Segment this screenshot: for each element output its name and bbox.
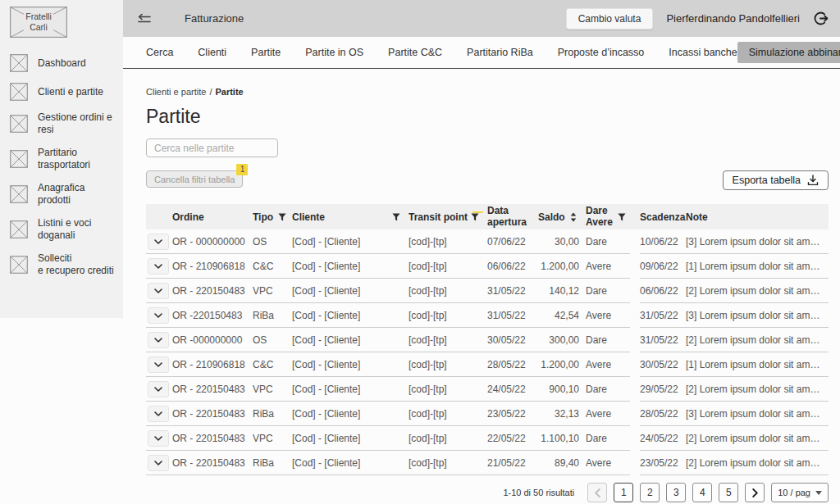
table-row: OR - 210906818 C&C [Cod] - [Cliente] [co… xyxy=(146,352,829,377)
tab-incassi-banche[interactable]: Incassi banche xyxy=(669,47,737,58)
sidebar-item-anagrafica-prodotti[interactable]: Anagrafica prodotti xyxy=(0,182,123,207)
expand-row-button[interactable] xyxy=(148,258,169,275)
placeholder-icon xyxy=(10,54,28,72)
tab-partite-in-os[interactable]: Partite in OS xyxy=(305,47,363,58)
pagination: 1-10 di 50 risultati 1 2 3 4 5 10 / pag xyxy=(146,483,829,502)
sidebar-item-gestione-ordini[interactable]: Gestione ordini e resi xyxy=(0,111,123,136)
sidebar-item-partitario-trasportatori[interactable]: Partitario trasportatori xyxy=(0,147,123,171)
tabbar: Cerca Clienti Partite Partite in OS Part… xyxy=(123,37,840,69)
cell-transit-point: [cod]-[tp] xyxy=(409,433,487,444)
expand-row-button[interactable] xyxy=(148,332,169,348)
expand-row-button[interactable] xyxy=(148,455,169,471)
page-button-1[interactable]: 1 xyxy=(614,483,633,502)
expand-row-button[interactable] xyxy=(148,381,169,397)
cell-dare-avere: Dare xyxy=(582,433,630,444)
sidebar-item-solleciti-recupero-crediti[interactable]: Solleciti e recupero crediti xyxy=(0,252,123,277)
tab-cerca[interactable]: Cerca xyxy=(146,47,173,58)
cell-note: [1] Lorem ipsum dolor sit amet… xyxy=(686,261,829,272)
cell-scadenza: 23/05/22 xyxy=(640,457,686,469)
cell-note: [2] Lorem ipsum dolor sit amet… xyxy=(686,433,829,444)
transit-filter-button[interactable]: 2 xyxy=(471,213,479,221)
tipo-filter-button[interactable] xyxy=(278,213,286,221)
chevron-down-icon xyxy=(154,436,162,441)
cell-data-apertura: 23/05/22 xyxy=(487,408,538,420)
sidebar-item-clienti-e-partite[interactable]: Clienti e partite xyxy=(0,83,123,101)
expand-row-button[interactable] xyxy=(148,234,169,250)
cell-data-apertura: 07/06/22 xyxy=(487,236,538,247)
logout-button[interactable] xyxy=(813,11,829,26)
placeholder-icon xyxy=(10,83,28,101)
cell-dare-avere: Avere xyxy=(582,261,630,272)
cell-scadenza: 24/05/22 xyxy=(640,433,686,444)
app-title: Fatturazione xyxy=(185,12,244,25)
sidebar: Fratelli Carli Dashboard Clienti e parti… xyxy=(0,0,123,318)
page-size-select[interactable]: 10 / pag xyxy=(771,483,829,502)
table-row: OR - 210906818 C&C [Cod] - [Cliente] [co… xyxy=(146,254,829,279)
expand-row-button[interactable] xyxy=(148,406,169,422)
filter-icon xyxy=(278,213,286,221)
cell-transit-point: [cod]-[tp] xyxy=(409,384,487,395)
sidebar-item-listini-voci-doganali[interactable]: Listini e voci doganali xyxy=(0,217,123,242)
cell-data-apertura: 21/05/22 xyxy=(487,457,538,469)
sort-icon xyxy=(570,212,577,222)
header-cliente: Cliente xyxy=(292,211,325,223)
chevron-right-icon xyxy=(752,488,758,497)
cell-dare-avere: Avere xyxy=(582,408,630,420)
next-page-button[interactable] xyxy=(745,483,765,502)
clear-filters-button[interactable]: Cancella filtri tabella 1 xyxy=(146,170,243,188)
chevron-left-icon xyxy=(595,488,600,497)
cell-transit-point: [cod]-[tp] xyxy=(409,261,487,272)
tab-partite-cc[interactable]: Partite C&C xyxy=(388,47,442,58)
page-button-4[interactable]: 4 xyxy=(692,483,712,502)
cell-data-apertura: 22/05/22 xyxy=(487,433,538,444)
main-content: Clienti e partite/Partite Partite Cancel… xyxy=(123,69,840,504)
clear-filters-badge: 1 xyxy=(236,164,248,175)
page-button-5[interactable]: 5 xyxy=(719,483,738,502)
export-table-button[interactable]: Esporta tabella xyxy=(723,170,829,190)
cell-dare-avere: Dare xyxy=(582,384,630,395)
export-table-label: Esporta tabella xyxy=(733,175,801,186)
transit-filter-badge: 2 xyxy=(472,211,483,213)
expand-row-button[interactable] xyxy=(148,430,169,447)
page-button-2[interactable]: 2 xyxy=(640,483,660,502)
cell-ordine: OR - 000000000 xyxy=(172,236,253,247)
page-button-3[interactable]: 3 xyxy=(666,483,686,502)
logo: Fratelli Carli xyxy=(10,7,67,38)
search-input[interactable] xyxy=(146,138,278,157)
cell-ordine: OR -000000000 xyxy=(172,334,253,346)
prev-page-button[interactable] xyxy=(587,483,607,502)
tab-proposte-incasso[interactable]: Proposte d’incasso xyxy=(558,47,645,58)
table-row: OR -000000000 OS [Cod] - [Cliente] [cod]… xyxy=(146,328,829,352)
cliente-filter-button[interactable] xyxy=(392,213,400,221)
tab-partitario-riba[interactable]: Partitario RiBa xyxy=(467,47,533,58)
expand-row-button[interactable] xyxy=(148,356,169,373)
cell-tipo: C&C xyxy=(253,261,292,272)
cell-cliente: [Cod] - [Cliente] xyxy=(292,285,409,297)
tab-partite[interactable]: Partite xyxy=(251,47,281,58)
chevron-down-icon xyxy=(154,313,162,318)
simulazione-abbinamenti-button[interactable]: Simulazione abbinamenti xyxy=(737,42,840,63)
cell-cliente: [Cod] - [Cliente] xyxy=(292,359,409,370)
cell-tipo: RiBa xyxy=(253,457,292,469)
breadcrumb-parent[interactable]: Clienti e partite xyxy=(146,87,206,97)
cambio-valuta-button[interactable]: Cambio valuta xyxy=(566,8,654,30)
saldo-sort-button[interactable] xyxy=(570,212,577,222)
expand-row-button[interactable] xyxy=(148,283,169,299)
cell-saldo: 42,54 xyxy=(538,310,582,321)
cell-saldo: 89,40 xyxy=(538,457,582,469)
cell-ordine: OR -220150483 xyxy=(172,310,253,321)
cell-saldo: 1.200,00 xyxy=(538,261,582,272)
collapse-sidebar-button[interactable] xyxy=(134,10,155,28)
filter-icon xyxy=(392,213,400,221)
chevron-down-icon xyxy=(154,411,162,416)
cell-transit-point: [cod]-[tp] xyxy=(409,310,487,321)
table-row: OR - 220150483 VPC [Cod] - [Cliente] [co… xyxy=(146,377,829,402)
expand-row-button[interactable] xyxy=(148,307,169,324)
sidebar-item-dashboard[interactable]: Dashboard xyxy=(0,54,123,72)
dare-avere-filter-button[interactable] xyxy=(618,213,626,221)
table-body: OR - 000000000 OS [Cod] - [Cliente] [cod… xyxy=(146,229,829,475)
cell-saldo: 300,00 xyxy=(538,334,582,346)
header-ordine: Ordine xyxy=(172,211,253,223)
tab-clienti[interactable]: Clienti xyxy=(198,47,226,58)
cell-data-apertura: 24/05/22 xyxy=(487,384,538,395)
